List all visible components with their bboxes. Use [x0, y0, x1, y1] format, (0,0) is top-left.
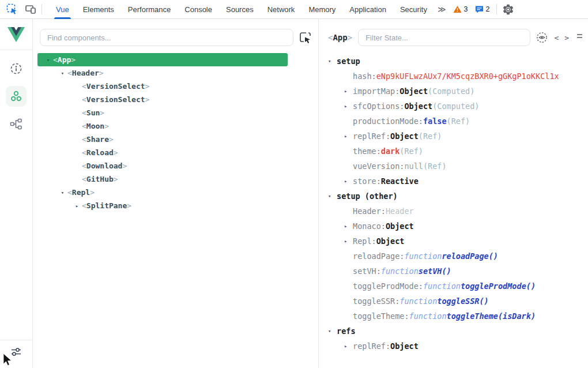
chevron-right-icon[interactable]: ▸: [344, 178, 353, 184]
component-tag: <VersionSelect>: [82, 82, 149, 91]
state-row-reloadPage[interactable]: reloadPage : function reloadPage(): [319, 249, 588, 264]
tree-row-moon[interactable]: <Moon>: [37, 119, 316, 133]
state-value: false: [423, 117, 447, 126]
state-section-setup-other-[interactable]: ▾setup (other): [319, 189, 588, 204]
state-value: Object: [399, 87, 428, 96]
settings-gear-icon[interactable]: [500, 2, 515, 17]
state-value: toggleSSR(): [437, 296, 488, 306]
tab-elements[interactable]: Elements: [76, 0, 121, 19]
colon: :: [386, 341, 390, 351]
view-source-code-icon[interactable]: < >: [555, 33, 570, 42]
tab-security[interactable]: Security: [393, 0, 434, 19]
components-panel: ▾<App>▾<Header><VersionSelect><VersionSe…: [33, 19, 319, 368]
component-tag: <SplitPane>: [82, 201, 131, 210]
tree-row-sun[interactable]: <Sun>: [37, 106, 316, 119]
chevron-right-icon[interactable]: ▸: [344, 238, 353, 244]
state-row-toggleProdMode[interactable]: toggleProdMode : function toggleProdMode…: [319, 279, 588, 294]
chevron-down-icon[interactable]: ▾: [328, 193, 337, 199]
tab-performance[interactable]: Performance: [121, 0, 178, 19]
select-component-icon[interactable]: [299, 32, 311, 44]
component-tag: <VersionSelect>: [82, 95, 149, 104]
components-icon[interactable]: [6, 86, 27, 107]
tree-row-header[interactable]: ▾<Header>: [37, 66, 302, 80]
overview-icon[interactable]: [6, 58, 27, 79]
tree-row-share[interactable]: <Share>: [37, 133, 316, 146]
tree-row-versionselect[interactable]: <VersionSelect>: [37, 80, 316, 93]
chevron-right-icon[interactable]: ▸: [344, 223, 353, 229]
state-section-setup[interactable]: ▾setup: [319, 54, 588, 69]
chevron-down-icon[interactable]: ▾: [43, 57, 53, 63]
inspect-dom-eye-icon[interactable]: [536, 32, 548, 43]
state-row-replRef[interactable]: ▸replRef : Object(Ref): [319, 129, 588, 144]
state-section-refs[interactable]: ▾refs: [319, 324, 588, 339]
chevron-right-icon[interactable]: ▸: [344, 88, 353, 94]
inspect-element-icon[interactable]: [5, 2, 20, 17]
tree-row-app[interactable]: ▾<App>: [37, 53, 288, 66]
component-name: Repl: [72, 188, 90, 197]
tree-row-splitpane[interactable]: ▸<SplitPane>: [37, 199, 316, 212]
menu-partial-icon[interactable]: [576, 32, 582, 43]
tab-network[interactable]: Network: [261, 0, 302, 19]
state-row-Repl[interactable]: ▸Repl : Object: [319, 234, 588, 249]
tree-row-versionselect[interactable]: <VersionSelect>: [37, 93, 316, 106]
state-row-toggleSSR[interactable]: toggleSSR : function toggleSSR(): [319, 294, 588, 309]
state-key: theme: [353, 147, 376, 156]
issues-counter[interactable]: 2: [472, 5, 493, 13]
colon: :: [399, 102, 404, 111]
chevron-right-icon[interactable]: ▸: [344, 103, 353, 109]
tab-application[interactable]: Application: [342, 0, 393, 19]
chevron-down-icon[interactable]: ▾: [58, 70, 67, 76]
bracket-close: >: [145, 95, 150, 104]
chevron-down-icon[interactable]: ▾: [328, 328, 337, 334]
state-row-sfcOptions[interactable]: ▸sfcOptions : Object(Computed): [319, 99, 588, 114]
colon: :: [386, 132, 390, 141]
vue-devtools-rail: [0, 19, 33, 368]
state-value: function: [381, 266, 419, 276]
tree-row-download[interactable]: <Download>: [37, 159, 316, 172]
state-row-setVH[interactable]: setVH : function setVH(): [319, 264, 588, 279]
state-value: Object: [390, 132, 419, 141]
tree-row-repl[interactable]: ▾<Repl>: [37, 186, 302, 199]
state-row-toggleTheme[interactable]: toggleTheme : function toggleTheme(isDar…: [319, 309, 588, 324]
state-value: reloadPage(): [442, 251, 498, 261]
component-name: Sun: [86, 108, 100, 117]
state-header-icons: < >: [536, 32, 582, 43]
component-name: Download: [86, 162, 123, 170]
state-value: function: [404, 251, 442, 261]
tab-vue[interactable]: Vue: [49, 0, 76, 19]
component-tag: <Repl>: [67, 188, 95, 197]
toolbar-divider: [42, 4, 42, 14]
tree-row-github[interactable]: <GitHub>: [37, 172, 316, 186]
tab-sources[interactable]: Sources: [219, 0, 261, 19]
state-row-replRef[interactable]: ▸replRef : Object: [319, 339, 588, 354]
tree-row-reload[interactable]: <Reload>: [37, 146, 316, 159]
find-components-input[interactable]: [40, 29, 293, 46]
state-row-theme[interactable]: theme : dark(Ref): [319, 144, 588, 159]
chevron-down-icon[interactable]: ▾: [58, 190, 67, 196]
state-key: sfcOptions: [353, 102, 399, 111]
state-row-importMap[interactable]: ▸importMap : Object(Computed): [319, 84, 588, 99]
state-row-Monaco[interactable]: ▸Monaco : Object: [319, 219, 588, 234]
tab-console[interactable]: Console: [178, 0, 219, 19]
timeline-icon[interactable]: [6, 114, 27, 134]
bracket-open: <: [82, 201, 86, 210]
toggle-device-toolbar-icon[interactable]: [23, 2, 38, 17]
tab-memory[interactable]: Memory: [301, 0, 342, 19]
chevron-right-icon[interactable]: ▸: [344, 133, 353, 139]
state-row-productionMode[interactable]: productionMode : false(Ref): [319, 114, 588, 129]
colon: :: [381, 206, 386, 216]
state-row-store[interactable]: ▸store : Reactive: [319, 174, 588, 189]
more-tabs-icon[interactable]: ≫: [434, 5, 450, 14]
state-row-hash[interactable]: hash : eNp9kUFLwzAUx7/KM5cqzBXR0+gGKgP1o…: [319, 69, 588, 84]
filter-state-input[interactable]: [358, 29, 530, 46]
state-row-vueVersion[interactable]: vueVersion : null(Ref): [319, 159, 588, 174]
chevron-down-icon[interactable]: ▾: [328, 58, 337, 64]
component-name: App: [58, 55, 71, 64]
state-value: (Computed): [428, 87, 474, 96]
chevron-right-icon[interactable]: ▸: [72, 203, 82, 209]
chevron-right-icon[interactable]: ▸: [344, 343, 353, 349]
state-row-Header[interactable]: Header : Header: [319, 204, 588, 219]
warnings-counter[interactable]: 3: [450, 5, 472, 13]
bracket-open: <: [53, 55, 58, 64]
state-value: Object: [386, 221, 414, 231]
